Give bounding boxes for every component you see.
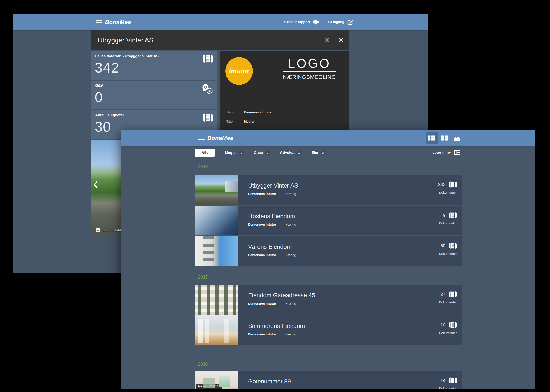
add-image-button[interactable]: Legg til bilde: [94, 228, 124, 232]
property-thumbnail: [195, 175, 238, 205]
stat-card-dataroom[interactable]: Felles datarom - Utbygger Vinter AS 342: [91, 51, 217, 80]
dataroom-icon: [449, 243, 457, 249]
panes-icon: [454, 150, 460, 155]
property-category: Næring: [285, 223, 296, 226]
contact-label: Navn:: [226, 110, 235, 114]
filter-advokat[interactable]: Advokat 1: [280, 150, 301, 155]
filter-gjest[interactable]: Gjest 2: [254, 150, 270, 155]
front-app-bar: BonaMea: [121, 130, 535, 146]
filter-count-badge: 2: [321, 150, 325, 155]
contact-value: Demonavn Intutor: [244, 110, 272, 114]
property-owner: Demonavn Intutor: [248, 223, 276, 226]
stat-card-label: Felles datarom - Utbygger Vinter AS: [95, 54, 159, 58]
contact-label: Tittel:: [226, 119, 234, 123]
document-count: 10: [441, 322, 445, 328]
document-count-block: 9 Dokumenter: [414, 205, 462, 235]
print-report-button[interactable]: Skriv ut rapport: [284, 20, 319, 25]
property-owner: Demonavn Intutor: [248, 253, 276, 257]
stat-card-label: Antall leiligheter: [95, 113, 124, 117]
filter-eier[interactable]: Eier 2: [312, 150, 325, 155]
property-owner: Demonavn Intutor: [248, 302, 276, 305]
stat-card-label: Q&A: [95, 84, 103, 88]
document-count: 342: [438, 182, 445, 187]
property-row[interactable]: Eiendom Gateadresse 45 Demonavn Intutor …: [195, 285, 462, 315]
property-category: Næring: [285, 332, 296, 336]
property-title: Høstens Eiendom: [248, 213, 295, 220]
grid-view-icon[interactable]: [438, 132, 450, 144]
close-icon[interactable]: [338, 37, 344, 43]
document-count-label: Dokumenter: [439, 252, 457, 256]
document-count-label: Dokumenter: [439, 221, 457, 225]
list-view-icon[interactable]: [426, 132, 437, 144]
contact-value: Megler: [244, 119, 254, 123]
property-owner: Demonavn Intutor: [248, 332, 276, 336]
document-count-block: 342 Dokumenter: [414, 175, 462, 205]
filter-label: Gjest: [254, 151, 263, 155]
property-owner: Demonavn Intutor: [248, 388, 276, 389]
property-row[interactable]: Høstens Eiendom Demonavn Intutor Næring …: [195, 205, 462, 235]
filter-count-badge: 1: [297, 150, 301, 155]
document-count-label: Dokumenter: [439, 300, 457, 304]
filter-label: Advokat: [280, 151, 295, 155]
property-category: Næring: [285, 388, 296, 389]
property-row[interactable]: Sommerens Eiendom Demonavn Intutor Nærin…: [195, 315, 462, 345]
menu-icon[interactable]: [198, 136, 205, 140]
add-image-label: Legg til bilde: [103, 228, 123, 232]
give-access-button[interactable]: Gi tilgang: [328, 20, 353, 25]
property-title: Utbygger Vinter AS: [248, 182, 298, 189]
property-row[interactable]: Vårens Eiendom Demonavn Intutor Næring 5…: [195, 236, 462, 266]
stat-card-value: 342: [95, 60, 120, 76]
document-count-block: 50 Dokumenter: [414, 236, 462, 266]
year-section-label: 2019: [198, 164, 208, 169]
compose-icon: [347, 20, 353, 25]
property-thumbnail: Arkivert 20.05.16: [195, 371, 238, 389]
modal-title: Utbygger Vinter AS: [98, 36, 154, 44]
settings-gear-icon[interactable]: [325, 38, 329, 43]
dataroom-icon: [203, 55, 213, 64]
modal-tools: [325, 30, 344, 50]
property-title: Eiendom Gateadresse 45: [248, 292, 315, 299]
image-view-icon[interactable]: [451, 132, 463, 144]
property-thumbnail: [195, 236, 238, 266]
add-new-button[interactable]: Legg til ny: [431, 150, 462, 155]
year-section-label: 2016: [198, 362, 208, 367]
filter-alle[interactable]: Alle: [195, 149, 215, 157]
property-owner: Demonavn Intutor: [248, 192, 276, 196]
filter-megler[interactable]: Megler 9: [225, 150, 244, 155]
dataroom-icon: [449, 182, 457, 188]
brand-logo: BonaMea: [105, 19, 131, 26]
document-count: 27: [441, 292, 445, 297]
document-count-label: Dokumenter: [439, 331, 457, 335]
property-row[interactable]: Arkivert 20.05.16 Gatenummer 89 Demonavn…: [195, 371, 462, 389]
document-count: 9: [443, 213, 445, 218]
property-title: Sommerens Eiendom: [248, 323, 305, 329]
property-row[interactable]: Utbygger Vinter AS Demonavn Intutor Næri…: [195, 175, 462, 205]
printer-icon: [313, 20, 319, 25]
back-app-bar: BonaMea Skriv ut rapport Gi tilgang: [13, 14, 428, 30]
add-new-label: Legg til ny: [432, 150, 451, 155]
document-count-label: Dokumenter: [439, 386, 457, 389]
document-count-block: 10 Dokumenter: [414, 315, 462, 345]
property-thumbnail: [195, 205, 238, 235]
document-count: 14: [441, 378, 445, 383]
filter-label: Eier: [312, 151, 319, 155]
menu-icon[interactable]: [96, 20, 102, 24]
document-count-block: 27 Dokumenter: [414, 285, 462, 315]
property-title: Vårens Eiendom: [248, 244, 292, 250]
property-thumbnail: [195, 315, 238, 345]
give-access-label: Gi tilgang: [328, 20, 344, 24]
stat-card-qa[interactable]: Q&A 0: [91, 81, 217, 109]
contact-row-title: Tittel: Megler: [226, 119, 345, 126]
filter-label: Megler: [225, 151, 237, 155]
front-window: BonaMea Alle Megler 9 Gjest 2 Advokat 1: [121, 130, 535, 389]
property-category: Næring: [285, 253, 296, 257]
company-logo-subtitle: NÆRINGSMEGLING: [283, 74, 336, 80]
property-thumbnail: [195, 285, 238, 315]
document-count: 50: [441, 243, 445, 248]
stat-card-value: 30: [95, 119, 111, 135]
dataroom-icon: [203, 113, 213, 123]
property-category: Næring: [285, 302, 296, 305]
filter-bar: Alle Megler 9 Gjest 2 Advokat 1 Eier 2: [195, 149, 325, 157]
company-logo: LOGO NÆRINGSMEGLING: [283, 57, 336, 80]
photo-prev-chevron-icon[interactable]: [92, 181, 99, 189]
